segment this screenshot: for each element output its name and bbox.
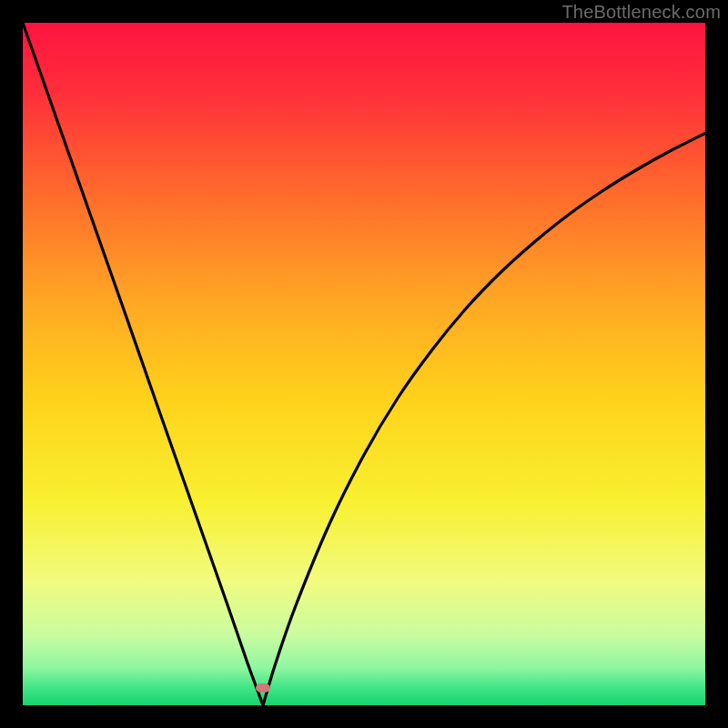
bottleneck-curve <box>23 23 705 705</box>
gradient-background <box>23 23 705 705</box>
chart-frame: TheBottleneck.com <box>0 0 728 728</box>
watermark-text: TheBottleneck.com <box>561 2 721 23</box>
chart-svg <box>23 23 705 705</box>
minimum-marker-icon <box>256 683 270 693</box>
plot-area <box>23 23 705 705</box>
